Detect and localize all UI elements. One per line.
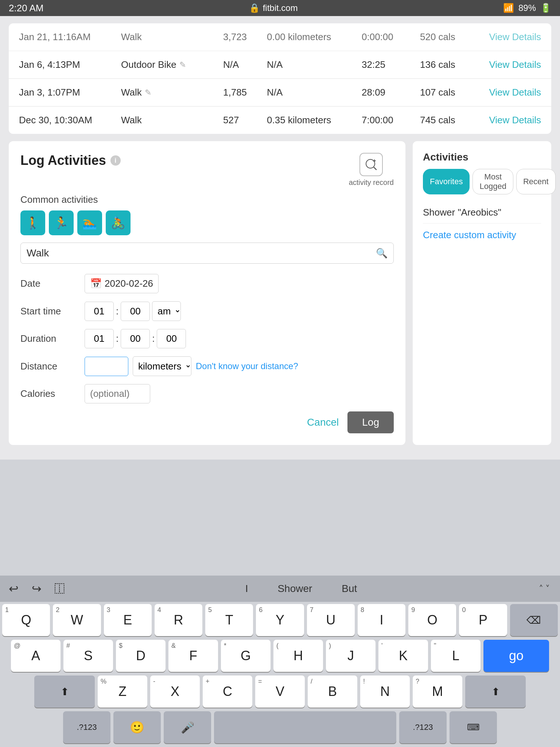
tab-bar: Favorites Most Logged Recent bbox=[423, 169, 541, 194]
key-C[interactable]: +C bbox=[203, 676, 252, 708]
key-W[interactable]: 2W bbox=[53, 604, 101, 636]
key-shift-right[interactable]: ⬆ bbox=[465, 676, 526, 708]
activity-list-item[interactable]: Shower "Areobics" bbox=[423, 202, 541, 224]
key-E[interactable]: 3E bbox=[104, 604, 152, 636]
row-date: Dec 30, 10:30AM bbox=[19, 115, 121, 126]
log-button[interactable]: Log bbox=[347, 411, 394, 433]
redo-button[interactable]: ↪ bbox=[29, 579, 44, 599]
dur-hour-input[interactable] bbox=[85, 329, 114, 348]
key-U[interactable]: 7U bbox=[307, 604, 355, 636]
edit-icon[interactable]: ✎ bbox=[179, 60, 186, 70]
key-mic[interactable]: 🎤 bbox=[164, 711, 211, 743]
create-custom-activity-link[interactable]: Create custom activity bbox=[423, 229, 541, 241]
suggestion-I[interactable]: I bbox=[231, 578, 263, 600]
chevron-up-icon[interactable]: ˄ bbox=[539, 584, 543, 594]
view-details-link[interactable]: View Details bbox=[486, 87, 541, 98]
search-input[interactable] bbox=[27, 247, 376, 259]
battery-text: 89% bbox=[518, 3, 536, 13]
row-time: 7:00:00 bbox=[362, 115, 420, 126]
date-row: Date 📅 2020-02-26 bbox=[20, 274, 394, 293]
dur-sec-input[interactable] bbox=[157, 329, 186, 348]
key-T[interactable]: 5T bbox=[205, 604, 253, 636]
key-O[interactable]: 9O bbox=[408, 604, 456, 636]
row-steps: 3,723 bbox=[223, 31, 267, 43]
key-L[interactable]: "L bbox=[431, 640, 481, 672]
activity-record-button[interactable]: activity record bbox=[349, 153, 394, 187]
view-details-link[interactable]: View Details bbox=[486, 115, 541, 126]
edit-icon[interactable]: ✎ bbox=[145, 88, 151, 97]
start-time-label: Start time bbox=[20, 306, 79, 317]
key-S[interactable]: #S bbox=[63, 640, 113, 672]
keyboard-toolbar: ↩ ↪ ⿰ I Shower But ˄ ˅ bbox=[0, 576, 560, 602]
key-K[interactable]: 'K bbox=[378, 640, 428, 672]
chevron-down-icon[interactable]: ˅ bbox=[545, 584, 550, 594]
row-dist: 0.00 kilometers bbox=[267, 31, 362, 43]
row-type: Walk bbox=[121, 115, 223, 126]
calories-label: Calories bbox=[20, 388, 79, 399]
table-row: Jan 6, 4:13PM Outdoor Bike ✎ N/A N/A 32:… bbox=[9, 51, 551, 79]
kb-row-3: ⬆ %Z -X +C =V /B !N ?M ⬆ bbox=[2, 676, 558, 708]
tab-recent[interactable]: Recent bbox=[516, 169, 556, 194]
table-row: Dec 30, 10:30AM Walk 527 0.35 kilometers… bbox=[9, 107, 551, 134]
suggestion-but[interactable]: But bbox=[327, 578, 372, 600]
view-details-link[interactable]: View Details bbox=[486, 31, 541, 43]
keyboard-rows: 1Q 2W 3E 4R 5T 6Y 7U 8I 9O 0P ⌫ @A #S $D… bbox=[0, 602, 560, 743]
key-M[interactable]: ?M bbox=[413, 676, 462, 708]
row-type-text: Walk bbox=[121, 87, 142, 98]
key-R[interactable]: 4R bbox=[155, 604, 202, 636]
status-bar: 2:20 AM 🔒 fitbit.com 📶 89% 🔋 bbox=[0, 0, 560, 16]
info-icon[interactable]: i bbox=[110, 155, 121, 166]
row-steps: 1,785 bbox=[223, 87, 267, 98]
paste-button[interactable]: ⿰ bbox=[52, 580, 68, 598]
key-num-sym[interactable]: .?123 bbox=[63, 711, 110, 743]
ampm-select[interactable]: am pm bbox=[152, 301, 181, 321]
svg-line-1 bbox=[374, 167, 376, 170]
bike-icon-btn[interactable]: 🚴 bbox=[106, 210, 131, 235]
date-input[interactable]: 📅 2020-02-26 bbox=[85, 274, 159, 293]
start-min-input[interactable] bbox=[121, 302, 150, 321]
key-G[interactable]: *G bbox=[221, 640, 271, 672]
key-B[interactable]: /B bbox=[308, 676, 357, 708]
key-keyboard-hide[interactable]: ⌨ bbox=[450, 711, 497, 743]
search-box[interactable]: 🔍 bbox=[20, 243, 394, 264]
dont-know-distance-link[interactable]: Don't know your distance? bbox=[196, 361, 298, 371]
key-backspace[interactable]: ⌫ bbox=[510, 604, 558, 636]
run-icon-btn[interactable]: 🏃 bbox=[49, 210, 74, 235]
key-P[interactable]: 0P bbox=[459, 604, 507, 636]
distance-input[interactable] bbox=[85, 357, 128, 376]
key-V[interactable]: =V bbox=[255, 676, 305, 708]
key-emoji[interactable]: 🙂 bbox=[113, 711, 161, 743]
swim-icon-btn[interactable]: 🏊 bbox=[77, 210, 102, 235]
key-A[interactable]: @A bbox=[11, 640, 61, 672]
start-time-row: Start time : am pm bbox=[20, 301, 394, 321]
key-X[interactable]: -X bbox=[150, 676, 200, 708]
start-hour-input[interactable] bbox=[85, 302, 114, 321]
dur-min-input[interactable] bbox=[121, 329, 150, 348]
walk-icon-btn[interactable]: 🚶 bbox=[20, 210, 45, 235]
key-Q[interactable]: 1Q bbox=[2, 604, 50, 636]
log-section: Log Activities i activity record bbox=[9, 141, 551, 445]
key-num-sym-right[interactable]: .?123 bbox=[399, 711, 447, 743]
suggestion-shower[interactable]: Shower bbox=[263, 578, 327, 600]
key-shift-left[interactable]: ⬆ bbox=[34, 676, 95, 708]
tab-favorites[interactable]: Favorites bbox=[423, 169, 470, 194]
activities-panel: Activities Favorites Most Logged Recent … bbox=[413, 141, 551, 445]
view-details-link[interactable]: View Details bbox=[486, 59, 541, 70]
tab-most-logged[interactable]: Most Logged bbox=[472, 169, 513, 194]
calories-input[interactable] bbox=[85, 384, 150, 403]
key-Y[interactable]: 6Y bbox=[256, 604, 304, 636]
unit-select[interactable]: kilometers miles bbox=[133, 356, 191, 376]
key-go[interactable]: go bbox=[483, 640, 549, 672]
key-Z[interactable]: %Z bbox=[98, 676, 147, 708]
key-J[interactable]: )J bbox=[326, 640, 376, 672]
key-space[interactable] bbox=[214, 711, 396, 743]
row-date: Jan 6, 4:13PM bbox=[19, 59, 121, 70]
key-F[interactable]: &F bbox=[168, 640, 218, 672]
key-H[interactable]: (H bbox=[273, 640, 323, 672]
key-N[interactable]: !N bbox=[360, 676, 410, 708]
url-text: fitbit.com bbox=[263, 3, 298, 13]
key-D[interactable]: $D bbox=[116, 640, 166, 672]
cancel-button[interactable]: Cancel bbox=[307, 417, 339, 428]
key-I[interactable]: 8I bbox=[358, 604, 405, 636]
undo-button[interactable]: ↩ bbox=[6, 579, 22, 599]
